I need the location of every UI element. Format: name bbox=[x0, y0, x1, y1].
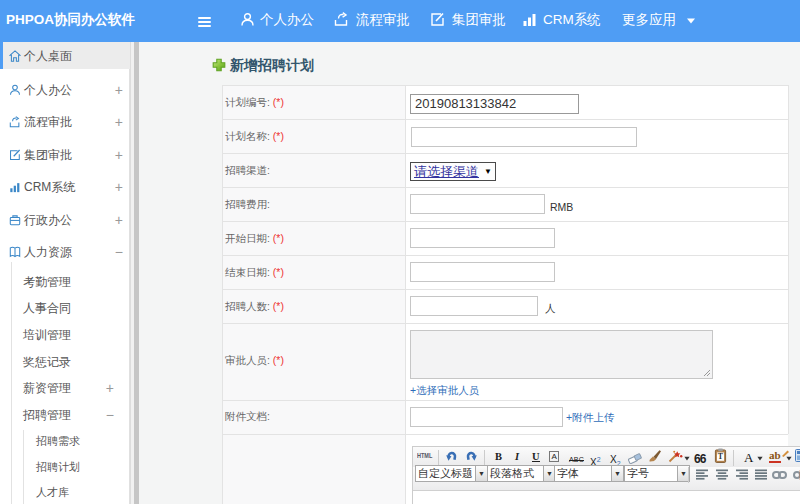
svg-text:T: T bbox=[718, 452, 724, 461]
